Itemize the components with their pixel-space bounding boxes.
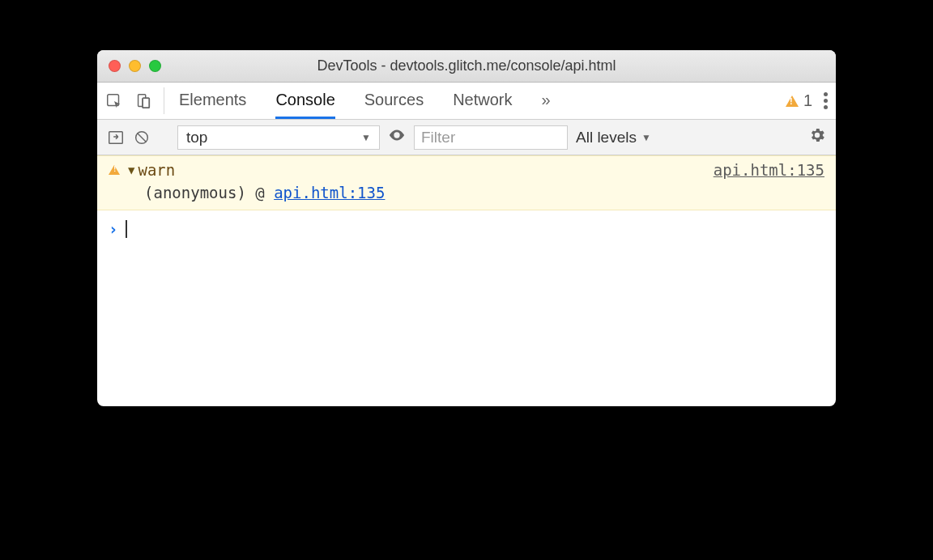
device-toolbar-icon[interactable] bbox=[134, 92, 152, 110]
traffic-lights bbox=[109, 60, 161, 72]
warnings-count: 1 bbox=[803, 91, 812, 110]
inspect-element-icon[interactable] bbox=[105, 92, 123, 110]
live-expression-icon[interactable] bbox=[388, 126, 406, 149]
text-cursor bbox=[126, 220, 127, 238]
chevron-down-icon: ▼ bbox=[641, 132, 651, 143]
stack-frame-label: (anonymous) @ bbox=[144, 184, 274, 202]
maximize-window-button[interactable] bbox=[149, 60, 161, 72]
tab-console[interactable]: Console bbox=[275, 83, 334, 119]
devtools-window: DevTools - devtools.glitch.me/console/ap… bbox=[97, 50, 836, 406]
disclosure-triangle-icon[interactable]: ▼ bbox=[128, 163, 134, 176]
settings-menu-button[interactable] bbox=[824, 92, 828, 109]
window-titlebar: DevTools - devtools.glitch.me/console/ap… bbox=[97, 50, 836, 83]
close-window-button[interactable] bbox=[109, 60, 121, 72]
svg-rect-2 bbox=[143, 98, 149, 108]
context-value: top bbox=[186, 129, 207, 146]
source-link[interactable]: api.html:135 bbox=[714, 161, 824, 179]
warning-icon bbox=[109, 165, 120, 175]
tab-elements[interactable]: Elements bbox=[179, 83, 246, 119]
show-console-sidebar-icon[interactable] bbox=[107, 129, 125, 146]
chevron-down-icon: ▼ bbox=[361, 132, 371, 143]
main-tabs-row: Elements Console Sources Network » 1 bbox=[97, 83, 836, 120]
console-output: ▼ warn api.html:135 (anonymous) @ api.ht… bbox=[97, 155, 836, 406]
log-summary-line: ▼ warn api.html:135 bbox=[109, 161, 824, 179]
console-toolbar: top ▼ All levels ▼ bbox=[97, 120, 836, 155]
stack-trace-line: (anonymous) @ api.html:135 bbox=[109, 179, 824, 202]
filter-input[interactable] bbox=[414, 125, 568, 150]
log-message: warn bbox=[138, 161, 175, 179]
log-level-label: All levels bbox=[576, 129, 637, 146]
panel-tabs: Elements Console Sources Network » bbox=[179, 83, 786, 119]
console-prompt[interactable]: › bbox=[97, 210, 836, 248]
chevron-right-double-icon: » bbox=[542, 91, 551, 109]
left-tools bbox=[105, 83, 152, 119]
execution-context-select[interactable]: top ▼ bbox=[177, 125, 380, 150]
right-tools: 1 bbox=[786, 83, 828, 119]
log-level-select[interactable]: All levels ▼ bbox=[576, 129, 651, 146]
console-settings-icon[interactable] bbox=[808, 126, 826, 149]
console-warning-entry[interactable]: ▼ warn api.html:135 (anonymous) @ api.ht… bbox=[97, 155, 836, 210]
svg-rect-4 bbox=[109, 131, 123, 143]
warning-icon bbox=[786, 95, 799, 107]
warnings-badge[interactable]: 1 bbox=[786, 91, 812, 110]
minimize-window-button[interactable] bbox=[129, 60, 141, 72]
tab-sources[interactable]: Sources bbox=[364, 83, 424, 119]
stack-frame-link[interactable]: api.html:135 bbox=[274, 184, 385, 202]
tab-network[interactable]: Network bbox=[453, 83, 512, 119]
clear-console-icon[interactable] bbox=[133, 129, 151, 146]
divider bbox=[164, 87, 164, 114]
window-title: DevTools - devtools.glitch.me/console/ap… bbox=[97, 57, 836, 74]
tab-overflow-button[interactable]: » bbox=[542, 83, 551, 119]
prompt-chevron-icon: › bbox=[109, 220, 117, 238]
